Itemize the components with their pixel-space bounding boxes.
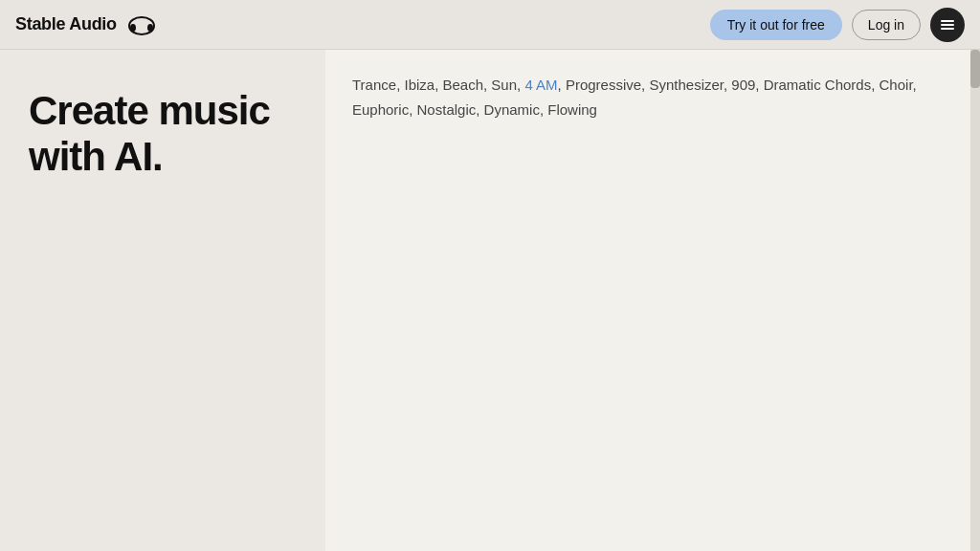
navbar-actions: Try it out for free Log in bbox=[710, 8, 965, 42]
prompt-text: Trance, Ibiza, Beach, Sun, 4 AM, Progres… bbox=[352, 73, 926, 121]
menu-line-1 bbox=[941, 20, 954, 22]
prompt-text-before: Trance, Ibiza, Beach, Sun, bbox=[352, 77, 524, 93]
main-layout: Create music with AI. Trance, Ibiza, Bea… bbox=[0, 50, 980, 551]
right-panel: Trance, Ibiza, Beach, Sun, 4 AM, Progres… bbox=[325, 50, 980, 551]
menu-line-2 bbox=[941, 24, 954, 26]
navbar: Stable Audio Try it out for free Log in bbox=[0, 0, 980, 50]
menu-line-3 bbox=[941, 28, 954, 30]
left-panel: Create music with AI. bbox=[0, 50, 325, 551]
menu-button[interactable] bbox=[930, 8, 965, 42]
svg-point-1 bbox=[130, 24, 136, 32]
brand-icon bbox=[128, 14, 155, 35]
scrollbar-thumb[interactable] bbox=[970, 50, 980, 88]
svg-point-2 bbox=[147, 24, 153, 32]
try-free-button[interactable]: Try it out for free bbox=[710, 10, 842, 40]
brand-area: Stable Audio bbox=[15, 14, 155, 35]
hero-title: Create music with AI. bbox=[29, 88, 297, 181]
brand-name: Stable Audio bbox=[15, 14, 117, 34]
scrollbar-track[interactable] bbox=[970, 50, 980, 551]
login-button[interactable]: Log in bbox=[852, 10, 921, 40]
prompt-highlight: 4 AM bbox=[524, 77, 557, 93]
